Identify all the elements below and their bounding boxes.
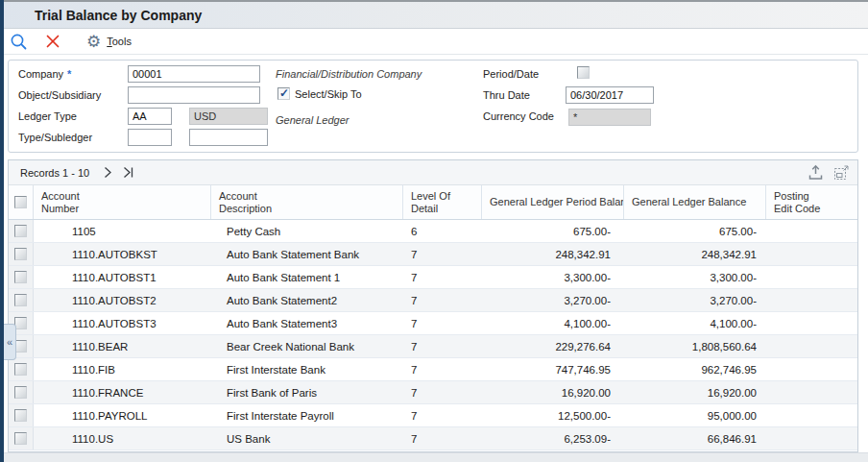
- row-checkbox[interactable]: [14, 225, 27, 237]
- ledger-type-input[interactable]: [128, 108, 172, 125]
- table-row[interactable]: 1110.AUTOBST2 Auto Bank Statement2 7 3,2…: [9, 289, 857, 312]
- title-bar: Trial Balance by Company: [0, 0, 868, 29]
- gl-balance-cell: 675.00-: [624, 220, 766, 242]
- column-header-gl-period-balance[interactable]: General Ledger Period Balance: [482, 185, 624, 219]
- level-of-detail-cell: 7: [403, 381, 482, 403]
- company-label: Company*: [18, 68, 71, 80]
- gl-period-balance-cell: 747,746.95: [482, 358, 624, 380]
- row-checkbox[interactable]: [14, 363, 27, 376]
- posting-edit-code-cell: [766, 220, 857, 242]
- collapse-chevrons-icon: «: [7, 337, 12, 348]
- tools-label: Tools: [107, 36, 132, 47]
- toolbar: ⚙ Tools: [0, 29, 868, 55]
- posting-edit-code-cell: [766, 427, 857, 450]
- row-checkbox[interactable]: [14, 409, 27, 422]
- account-description-cell: First Interstate Payroll: [211, 404, 403, 426]
- posting-edit-code-cell: [766, 243, 857, 265]
- column-header-gl-balance[interactable]: General Ledger Balance: [624, 185, 766, 219]
- close-button[interactable]: [45, 34, 60, 49]
- records-range-label: Records 1 - 10: [20, 167, 89, 179]
- row-checkbox[interactable]: [14, 271, 27, 283]
- gl-period-balance-cell: 229,276.64: [482, 335, 624, 357]
- account-description-cell: First Bank of Paris: [211, 381, 403, 403]
- row-checkbox[interactable]: [14, 432, 27, 445]
- subledger-input[interactable]: [189, 129, 268, 146]
- tools-menu-button[interactable]: ⚙ Tools: [86, 34, 132, 50]
- currency-code-field: [568, 109, 651, 126]
- level-of-detail-cell: 7: [403, 335, 482, 357]
- table-row[interactable]: 1110.FIB First Interstate Bank 7 747,746…: [9, 358, 857, 381]
- level-of-detail-cell: 7: [403, 243, 482, 265]
- thru-date-input[interactable]: [566, 86, 654, 104]
- gl-balance-cell: 66,846.91: [624, 427, 766, 450]
- table-row[interactable]: 1110.BEAR Bear Creek National Bank 7 229…: [9, 335, 857, 358]
- column-header-account-description[interactable]: AccountDescription: [211, 185, 403, 219]
- posting-edit-code-cell: [766, 312, 857, 334]
- level-of-detail-cell: 7: [403, 289, 482, 311]
- table-row[interactable]: 1105 Petty Cash 6 675.00- 675.00-: [9, 220, 857, 243]
- table-row[interactable]: 1110.US US Bank 7 6,253.09- 66,846.91: [9, 427, 857, 450]
- grid-header-row: AccountNumber AccountDescription Level O…: [9, 185, 857, 220]
- gl-period-balance-cell: 16,920.00: [482, 381, 624, 403]
- chevron-right-icon: [103, 166, 112, 179]
- search-button[interactable]: [10, 33, 28, 51]
- table-row[interactable]: 1110.PAYROLL First Interstate Payroll 7 …: [9, 404, 857, 427]
- column-header-level-of-detail[interactable]: Level OfDetail: [403, 185, 482, 219]
- records-bar: Records 1 - 10: [9, 160, 857, 185]
- general-ledger-label: General Ledger: [276, 114, 349, 126]
- account-number-cell: 1110.AUTOBKST: [34, 243, 211, 265]
- account-description-cell: Auto Bank Statement3: [211, 312, 403, 334]
- period-date-checkbox[interactable]: [577, 66, 590, 79]
- collapse-panel-tab[interactable]: «: [4, 324, 16, 360]
- gl-balance-cell: 4,100.00-: [624, 312, 766, 334]
- subledger-type-input[interactable]: [128, 129, 172, 146]
- level-of-detail-cell: 7: [403, 404, 482, 426]
- gl-balance-cell: 16,920.00: [624, 381, 766, 403]
- posting-edit-code-cell: [766, 404, 857, 426]
- footer-strip: [0, 452, 868, 462]
- account-description-cell: US Bank: [211, 427, 403, 450]
- account-description-cell: Auto Bank Statement 1: [211, 266, 403, 288]
- account-description-cell: Auto Bank Statement Bank: [211, 243, 403, 265]
- type-subledger-label: Type/Subledger: [18, 132, 92, 143]
- gl-period-balance-cell: 6,253.09-: [482, 427, 624, 450]
- account-description-cell: Auto Bank Statement2: [211, 289, 403, 311]
- account-number-cell: 1110.AUTOBST3: [34, 312, 211, 334]
- search-icon: [10, 33, 28, 51]
- expand-grid-button[interactable]: [833, 164, 850, 181]
- object-subsidiary-label: Object/Subsidiary: [18, 89, 101, 101]
- chevron-last-icon: [122, 166, 134, 179]
- column-header-account-number[interactable]: AccountNumber: [34, 185, 211, 219]
- select-skip-to-checkbox[interactable]: [277, 87, 290, 100]
- table-row[interactable]: 1110.AUTOBST1 Auto Bank Statement 1 7 3,…: [9, 266, 857, 289]
- table-row[interactable]: 1110.FRANCE First Bank of Paris 7 16,920…: [9, 381, 857, 404]
- row-checkbox[interactable]: [14, 248, 27, 260]
- period-date-label: Period/Date: [483, 68, 539, 80]
- expand-grid-icon: [833, 164, 850, 181]
- account-number-cell: 1110.PAYROLL: [34, 404, 211, 426]
- row-checkbox[interactable]: [14, 386, 27, 399]
- level-of-detail-cell: 6: [403, 220, 482, 242]
- column-header-posting-edit-code[interactable]: PostingEdit Code: [766, 185, 857, 219]
- export-button[interactable]: [808, 164, 824, 181]
- posting-edit-code-cell: [766, 358, 857, 380]
- next-page-button[interactable]: [103, 166, 112, 179]
- required-asterisk-icon: *: [67, 68, 71, 80]
- gl-balance-cell: 95,000.00: [624, 404, 766, 426]
- account-number-cell: 1110.FRANCE: [34, 381, 211, 403]
- posting-edit-code-cell: [766, 289, 857, 311]
- results-grid-panel: Records 1 - 10: [8, 159, 858, 452]
- gl-balance-cell: 248,342.91: [624, 243, 766, 265]
- row-checkbox[interactable]: [14, 294, 27, 306]
- last-page-button[interactable]: [122, 166, 134, 179]
- company-input[interactable]: [128, 65, 260, 83]
- grid-body: 1105 Petty Cash 6 675.00- 675.00- 1110.A…: [9, 220, 857, 450]
- table-row[interactable]: 1110.AUTOBST3 Auto Bank Statement3 7 4,1…: [9, 312, 857, 335]
- posting-edit-code-cell: [766, 335, 857, 357]
- account-number-cell: 1110.FIB: [34, 358, 211, 380]
- select-skip-to-field: Select/Skip To: [277, 87, 362, 100]
- object-subsidiary-input[interactable]: [128, 86, 260, 104]
- ledger-currency-field: [189, 108, 268, 125]
- select-all-checkbox[interactable]: [14, 196, 27, 208]
- table-row[interactable]: 1110.AUTOBKST Auto Bank Statement Bank 7…: [9, 243, 857, 266]
